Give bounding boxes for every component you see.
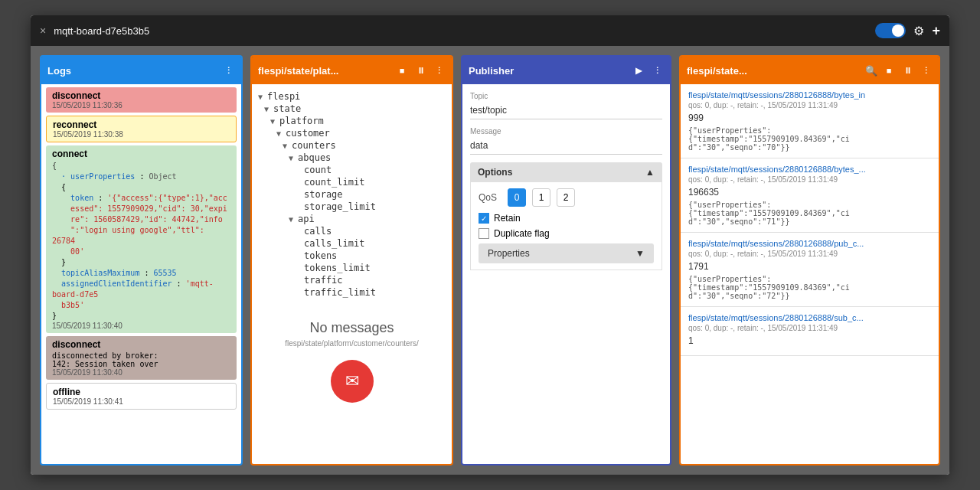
qos-option-2[interactable]: 2 [557, 188, 575, 207]
close-button[interactable]: × [40, 24, 46, 37]
qos-option-0[interactable]: 0 [508, 188, 526, 207]
tree-node[interactable]: ▶ calls_limit [258, 237, 446, 250]
log-time: 15/05/2019 11:30:36 [52, 101, 230, 109]
panel-state-header: flespi/state... 🔍 ■ ⏸ ⋮ [681, 57, 939, 84]
tree-node-label: tokens [304, 250, 337, 261]
tree-node-label: counters [292, 140, 336, 151]
tree-node[interactable]: ▶ calls [258, 225, 446, 237]
log-title: disconnect [52, 90, 230, 101]
options-toggle[interactable]: Options ▲ [470, 162, 662, 182]
tree-node[interactable]: ▼ state [258, 103, 446, 115]
pause-icon[interactable]: ⏸ [900, 64, 914, 77]
tree-node[interactable]: ▼ abques [258, 152, 446, 164]
tree-node[interactable]: ▼ api [258, 213, 446, 225]
qos-row: QoS 0 1 2 [479, 188, 654, 207]
panel-publisher: Publisher ▶ ⋮ Topic test/topic Message d… [461, 55, 671, 466]
tree-node-label: platform [279, 116, 324, 126]
compose-button[interactable]: ✉ [331, 360, 374, 403]
log-item: disconnect 15/05/2019 11:30:36 [46, 87, 237, 113]
properties-label: Properties [488, 248, 530, 259]
tree-container: ▼ flespi ▼ state ▼ platform ▼ customer [252, 84, 452, 305]
play-icon[interactable]: ▶ [632, 64, 645, 77]
duplicate-flag-checkbox[interactable] [479, 228, 489, 239]
log-detail: { · userProperties : Object { token : '{… [52, 161, 230, 322]
tree-node[interactable]: ▶ storage [258, 188, 446, 201]
panel-publisher-title: Publisher [469, 65, 627, 77]
tree-node[interactable]: ▶ count [258, 164, 446, 176]
panel-logs-title: Logs [47, 65, 217, 77]
tree-node[interactable]: ▶ traffic [258, 274, 446, 286]
tree-node-label: storage_limit [304, 201, 376, 212]
pause-icon[interactable]: ⏸ [413, 64, 427, 77]
log-time: 15/05/2019 11:30:40 [52, 322, 230, 330]
panel-tree-title: flespi/state/plat... [258, 65, 390, 77]
tree-node[interactable]: ▶ count_limit [258, 176, 446, 188]
titlebar-actions: ⚙ + [875, 23, 940, 39]
state-message-item: flespi/state/mqtt/sessions/2880126888/by… [681, 158, 939, 233]
panel-logs-menu-icon[interactable]: ⋮ [221, 64, 235, 77]
log-title: connect [52, 149, 230, 159]
options-body: QoS 0 1 2 ✓ Retain Duplicate flag [470, 182, 662, 270]
tree-node[interactable]: ▶ traffic_limit [258, 286, 446, 299]
tree-arrow: ▼ [258, 93, 267, 101]
state-topic-link[interactable]: flespi/state/mqtt/sessions/2880126888/by… [688, 90, 931, 100]
properties-arrow-icon: ▼ [635, 248, 645, 259]
tree-arrow: ▼ [289, 215, 298, 224]
tree-arrow: ▼ [283, 142, 292, 150]
stop-icon[interactable]: ■ [395, 64, 409, 77]
tree-arrow: ▼ [264, 105, 273, 113]
toggle-switch[interactable] [875, 23, 906, 38]
state-topic-link[interactable]: flespi/state/mqtt/sessions/2880126888/su… [688, 313, 931, 322]
app-title: mqtt-board-d7e5b3b5 [54, 25, 867, 37]
gear-icon[interactable]: ⚙ [913, 24, 924, 38]
panel-state-title: flespi/state... [687, 65, 861, 77]
topic-value[interactable]: test/topic [470, 102, 662, 119]
tree-node-label: tokens_limit [304, 263, 371, 273]
state-value: 999 [688, 113, 931, 123]
state-topic-link[interactable]: flespi/state/mqtt/sessions/2880126888/pu… [688, 239, 931, 248]
state-message-item: flespi/state/mqtt/sessions/2880126888/pu… [681, 233, 939, 307]
panel-logs: Logs ⋮ disconnect 15/05/2019 11:30:36 re… [40, 55, 243, 466]
options-label: Options [478, 167, 512, 178]
panel-tree-body: ▼ flespi ▼ state ▼ platform ▼ customer [252, 84, 452, 464]
tree-arrow: ▼ [276, 129, 286, 138]
search-icon[interactable]: 🔍 [865, 65, 877, 77]
log-title: offline [53, 387, 230, 397]
tree-node-label: storage [304, 189, 343, 200]
log-time: 15/05/2019 11:30:41 [53, 397, 230, 406]
tree-node[interactable]: ▶ tokens_limit [258, 262, 446, 274]
panel-publisher-menu-icon[interactable]: ⋮ [650, 64, 664, 77]
state-value: 1791 [688, 261, 931, 272]
tree-node-label: abques [298, 152, 331, 163]
message-value[interactable]: data [470, 137, 662, 155]
log-item: reconnect 15/05/2019 11:30:38 [46, 116, 237, 142]
app-window: × mqtt-board-d7e5b3b5 ⚙ + Logs ⋮ disconn… [31, 15, 949, 475]
state-value: 1 [688, 335, 931, 346]
retain-checkbox[interactable]: ✓ [479, 213, 489, 224]
state-message-item: flespi/state/mqtt/sessions/2880126888/su… [681, 307, 939, 356]
add-icon[interactable]: + [932, 23, 940, 39]
properties-button[interactable]: Properties ▼ [479, 243, 654, 263]
tree-node[interactable]: ▼ customer [258, 127, 446, 139]
tree-node-label: traffic_limit [304, 287, 376, 298]
panel-publisher-header: Publisher ▶ ⋮ [462, 57, 670, 84]
state-message-item: flespi/state/mqtt/sessions/2880126888/by… [681, 84, 939, 158]
state-topic-link[interactable]: flespi/state/mqtt/sessions/2880126888/by… [688, 165, 931, 174]
tree-node-label: calls [304, 226, 332, 237]
stop-icon[interactable]: ■ [882, 64, 896, 77]
state-meta: qos: 0, dup: -, retain: -, 15/05/2019 11… [688, 175, 931, 184]
topic-label: Topic [470, 92, 662, 100]
tree-node[interactable]: ▼ platform [258, 115, 446, 127]
tree-node[interactable]: ▼ flespi [258, 90, 446, 103]
tree-node[interactable]: ▶ tokens [258, 250, 446, 262]
log-time: 15/05/2019 11:30:40 [52, 368, 230, 377]
no-messages-text: No messages [267, 320, 436, 336]
no-messages-path: flespi/state/platform/customer/counters/ [267, 339, 436, 348]
qos-option-1[interactable]: 1 [532, 188, 550, 207]
panel-tree-menu-icon[interactable]: ⋮ [432, 64, 446, 77]
panel-state-menu-icon[interactable]: ⋮ [919, 64, 933, 77]
tree-node-label: state [273, 103, 301, 114]
tree-node[interactable]: ▼ counters [258, 139, 446, 152]
no-messages-area: No messages flespi/state/platform/custom… [252, 305, 452, 418]
tree-node[interactable]: ▶ storage_limit [258, 201, 446, 213]
